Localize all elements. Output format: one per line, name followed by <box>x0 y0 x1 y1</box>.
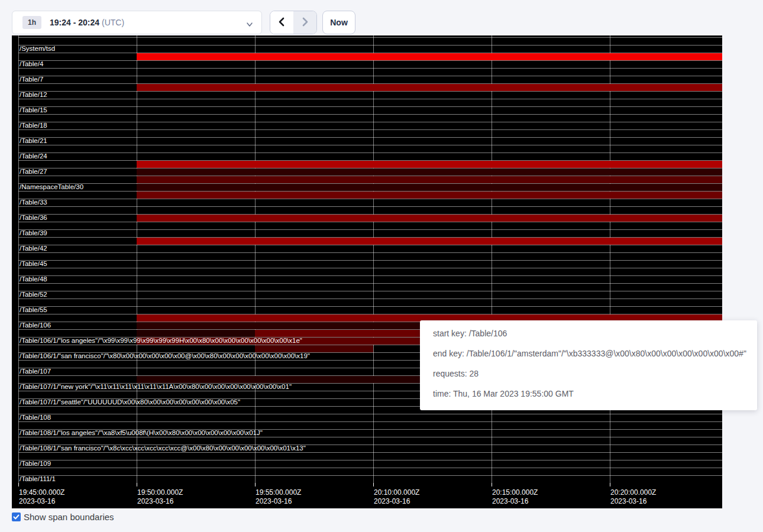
span-boundary-line <box>18 129 722 130</box>
span-boundary-line <box>18 68 722 69</box>
heat-band[interactable] <box>137 192 722 199</box>
time-gridline <box>255 35 256 483</box>
heat-band[interactable] <box>137 161 722 168</box>
span-label: /Table/18 <box>20 122 47 129</box>
time-gridline <box>18 35 19 483</box>
span-label: /Table/33 <box>20 199 47 206</box>
time-range-select[interactable]: 1h 19:24 - 20:24 (UTC) <box>12 11 262 34</box>
interval-badge: 1h <box>22 16 41 29</box>
axis-tick <box>137 483 137 486</box>
span-boundaries-label: Show span boundaries <box>24 512 114 522</box>
key-visualizer-canvas[interactable]: /System/tsd/Table/4/Table/7/Table/12/Tab… <box>12 35 722 508</box>
axis-tick <box>18 483 19 486</box>
span-boundary-line <box>18 145 722 145</box>
span-boundary-line <box>18 37 722 38</box>
span-label: /Table/107/1/"seattle"/"UUUUUUD\x00\x80\… <box>20 398 240 406</box>
axis-time-label: 19:45:00.000Z2023-03-16 <box>19 488 64 506</box>
span-boundary-line <box>18 199 722 199</box>
time-gridline <box>492 35 492 483</box>
time-gridline <box>373 35 374 483</box>
span-label: /Table/4 <box>20 60 43 68</box>
span-boundary-line <box>18 60 722 61</box>
span-boundary-line <box>18 291 722 291</box>
span-boundary-line <box>18 45 722 46</box>
span-label: /Table/55 <box>20 306 47 314</box>
axis-time-label: 19:50:00.000Z2023-03-16 <box>137 488 183 506</box>
span-boundary-line <box>18 229 722 230</box>
time-nav-group <box>270 11 317 34</box>
heat-band[interactable] <box>137 184 722 191</box>
span-boundary-line <box>18 468 722 468</box>
axis-time-label: 20:20:00.000Z2023-03-16 <box>610 488 656 506</box>
span-label: /Table/42 <box>20 245 47 252</box>
timezone-label: (UTC) <box>102 18 124 27</box>
span-boundary-line <box>18 114 722 115</box>
heat-band[interactable] <box>137 53 722 60</box>
time-toolbar: 1h 19:24 - 20:24 (UTC) Now <box>0 0 763 35</box>
span-boundary-line <box>18 268 722 268</box>
span-label: /Table/108 <box>20 414 51 421</box>
prev-interval-button[interactable] <box>270 11 293 34</box>
span-boundary-line <box>18 421 722 422</box>
span-boundary-line <box>18 76 722 76</box>
heat-band[interactable] <box>137 238 722 245</box>
time-gridline <box>610 35 610 483</box>
heat-band[interactable] <box>137 168 722 176</box>
heat-band[interactable] <box>255 345 373 352</box>
time-axis: 19:45:00.000Z2023-03-1619:50:00.000Z2023… <box>12 483 722 508</box>
chevron-left-icon <box>277 17 286 28</box>
span-boundary-line <box>18 153 722 153</box>
span-boundary-line <box>18 414 722 414</box>
tooltip-line: requests: 28 <box>433 364 749 384</box>
span-boundary-line <box>18 437 722 437</box>
now-button[interactable]: Now <box>322 11 355 34</box>
span-label: /Table/45 <box>20 260 47 268</box>
span-boundary-line <box>18 245 722 245</box>
span-boundary-line <box>18 452 722 453</box>
axis-tick <box>610 483 610 486</box>
axis-time-label: 20:10:00.000Z2023-03-16 <box>374 488 419 506</box>
span-boundary-line <box>18 475 722 476</box>
tooltip-line: start key: /Table/106 <box>433 323 749 343</box>
span-label: /Table/52 <box>20 291 47 299</box>
span-label: /Table/39 <box>20 229 47 237</box>
check-icon <box>13 514 20 520</box>
axis-time-label: 20:15:00.000Z2023-03-16 <box>492 488 538 506</box>
heat-band[interactable] <box>137 215 722 222</box>
span-label: /Table/15 <box>20 106 47 114</box>
span-label: /Table/107 <box>20 368 51 375</box>
tooltip-line: end key: /Table/106/1/"amsterdam"/"\xb33… <box>433 343 749 364</box>
tooltip-line: time: Thu, 16 Mar 2023 19:55:00 GMT <box>433 384 749 404</box>
span-label: /Table/106/1/"los angeles"/"\x99\x99\x99… <box>20 337 302 345</box>
span-label: /Table/111/1 <box>20 475 56 483</box>
span-label: /Table/109 <box>20 460 51 468</box>
span-label: /Table/48 <box>20 275 47 283</box>
axis-time-label: 19:55:00.000Z2023-03-16 <box>256 488 301 506</box>
span-boundary-line <box>18 306 722 307</box>
span-boundary-line <box>18 206 722 207</box>
heat-band[interactable] <box>137 330 255 337</box>
span-label: /Table/107/1/"new york"/"\x11\x11\x11\x1… <box>20 383 292 391</box>
span-label: /Table/24 <box>20 153 47 160</box>
span-label: /NamespaceTable/30 <box>20 183 83 191</box>
span-boundary-line <box>18 275 722 276</box>
span-boundaries-checkbox[interactable] <box>12 512 21 521</box>
span-label: /Table/12 <box>20 91 47 99</box>
axis-tick <box>492 483 492 486</box>
span-label: /System/tsd <box>20 45 55 53</box>
heat-band[interactable] <box>137 84 722 91</box>
span-boundary-line <box>18 137 722 138</box>
span-boundaries-toggle[interactable]: Show span boundaries <box>12 512 114 522</box>
span-boundary-line <box>18 460 722 460</box>
span-boundary-line <box>18 99 722 99</box>
heat-band[interactable] <box>137 176 722 183</box>
span-label: /Table/106/1/"san francisco"/"\x80\x00\x… <box>20 352 310 360</box>
next-interval-button[interactable] <box>293 11 316 34</box>
time-gridline <box>137 35 137 483</box>
time-range-value: 19:24 - 20:24 <box>50 18 99 27</box>
span-boundary-line <box>18 299 722 299</box>
key-visualizer-page: 1h 19:24 - 20:24 (UTC) Now /System/tsd/T… <box>0 0 763 532</box>
span-boundary-line <box>18 252 722 253</box>
span-boundary-line <box>18 260 722 261</box>
span-boundary-line <box>18 283 722 284</box>
